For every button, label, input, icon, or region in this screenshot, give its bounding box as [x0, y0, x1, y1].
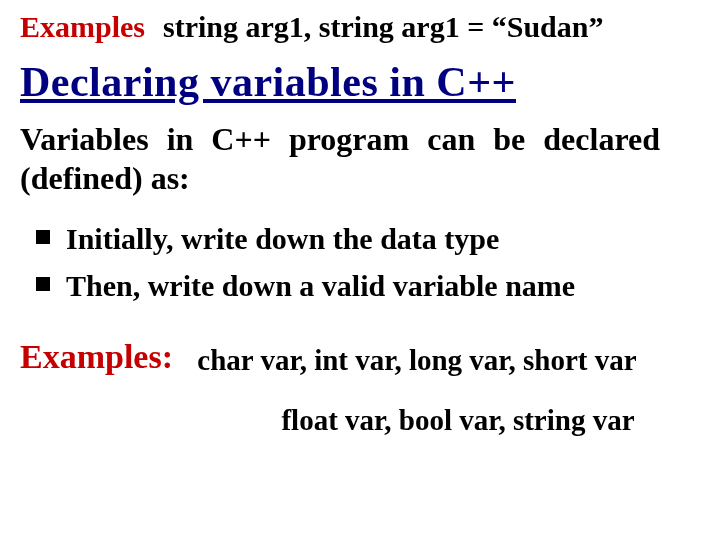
bullet-text: Then, write down a valid variable name: [66, 269, 575, 302]
list-item: Then, write down a valid variable name: [46, 263, 700, 310]
bullet-text: Initially, write down the data type: [66, 222, 499, 255]
list-item: Initially, write down the data type: [46, 216, 700, 263]
intro-paragraph: Variables in C++ program can be declared…: [20, 120, 660, 198]
examples-line-1: Examplesstring arg1, string arg1 = “Suda…: [20, 10, 700, 44]
examples-line-2: Examples: char var, int var, long var, s…: [20, 337, 700, 380]
bullet-list: Initially, write down the data type Then…: [20, 216, 700, 309]
examples-body-2: char var, int var, long var, short var: [187, 337, 647, 380]
slide: Examplesstring arg1, string arg1 = “Suda…: [0, 0, 720, 540]
examples-label-2: Examples:: [20, 337, 173, 378]
examples-label-1: Examples: [20, 10, 145, 43]
section-heading: Declaring variables in C++: [20, 58, 700, 106]
examples-line-3: float var, bool var, string var: [228, 404, 688, 437]
examples-code-1: string arg1, string arg1 = “Sudan”: [163, 10, 603, 43]
